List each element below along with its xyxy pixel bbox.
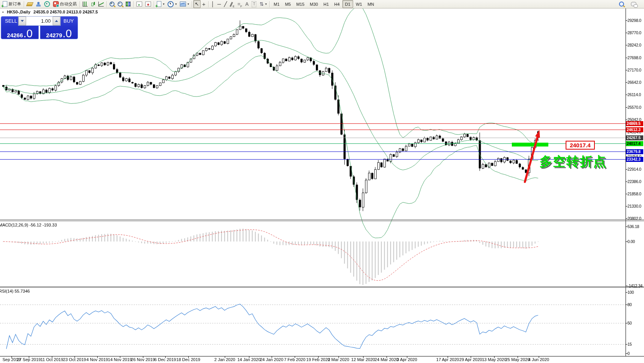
arrows-icon: ⇅ [259, 2, 264, 7]
new-order-button[interactable]: + 新订单 [1, 0, 23, 8]
new-order-label: 新订单 [8, 1, 21, 7]
zoom-in-button[interactable]: + [108, 0, 116, 8]
auto-trading-icon [53, 1, 59, 7]
date-axis-label: 4 Nov 2019 [86, 357, 108, 362]
top-toolbar: + 新订单 自动交易 + − ▸ ✱ +▾ ▾ ▾ ↖ + │ ─ ╱ ∥E ≡… [0, 0, 644, 8]
chart-canvas[interactable] [0, 0, 644, 363]
chevron-down-icon: ▾ [265, 2, 267, 6]
new-indicator-button[interactable]: ✱ [144, 0, 153, 8]
volume-input[interactable] [26, 17, 53, 25]
trendline-tool[interactable]: ╱ [222, 0, 229, 8]
candlestick-icon [91, 2, 95, 7]
price-tick-label: 27170.0 [627, 68, 641, 72]
line-chart-button[interactable] [97, 0, 105, 8]
toolbar-separator [154, 1, 154, 7]
channel-tool[interactable]: ∥E [229, 0, 236, 8]
level-price-callout[interactable]: 24017.4 [566, 141, 595, 150]
line-chart-icon [98, 2, 104, 7]
zoom-out-button[interactable]: − [116, 0, 124, 8]
date-axis-label: 29 Apr 2020 [459, 357, 482, 362]
crosshair-tool-button[interactable]: + [201, 0, 207, 8]
date-axis-label: 11 Oct 2019 [40, 357, 63, 362]
timeframe-w1-button[interactable]: W1 [353, 0, 365, 8]
horizontal-line-icon: ─ [217, 2, 221, 7]
arrows-tool-dropdown[interactable]: ⇅▾ [258, 0, 268, 8]
signals-button[interactable] [43, 0, 51, 8]
search-icon [619, 2, 624, 7]
new-order-icon: + [3, 1, 7, 7]
add-chart-icon: + [157, 1, 161, 7]
triangle-up-icon [55, 20, 58, 22]
one-click-trading-panel: SELL 24266.0 BUY 24279.0 [1, 16, 78, 39]
price-level-badge: 24869.5 [626, 121, 643, 126]
date-axis-label: 2 Jan 2020 [214, 357, 235, 362]
volume-increase-button[interactable] [53, 17, 60, 25]
horizontal-line-tool[interactable]: ─ [216, 0, 222, 8]
macd-axis-label: 536.18 [627, 224, 639, 229]
template-chart-icon [180, 2, 186, 7]
timeframe-group: M1M5M15M30H1H4D1W1MN [271, 0, 377, 8]
date-axis-label: 18 Dec 2019 [176, 357, 200, 362]
cursor-icon: ↖ [195, 2, 199, 7]
toolbar-separator [269, 1, 270, 7]
chart-title: ▪ HK50-,Daily 24535.0 24570.0 24113.0 24… [2, 10, 98, 14]
vertical-line-tool[interactable]: │ [210, 0, 216, 8]
timeframe-m15-button[interactable]: M15 [294, 0, 307, 8]
price-tick-label: 28242.0 [627, 43, 641, 47]
auto-trading-label: 自动交易 [60, 1, 77, 7]
timeframe-m30-button[interactable]: M30 [307, 0, 320, 8]
sell-price: 24266.0 [1, 28, 38, 38]
price-tick-label: 20802.0 [627, 216, 641, 221]
auto-trading-button[interactable]: 自动交易 [51, 0, 78, 8]
date-axis-label: 23 Oct 2019 [63, 357, 86, 362]
date-axis-label: 13 May 2020 [482, 357, 506, 362]
price-level-badge: 23679.8 [626, 149, 643, 154]
rsi-axis-label: 80 [627, 302, 632, 307]
text-label-tool[interactable]: T [250, 0, 258, 8]
zoom-out-icon: − [118, 2, 123, 7]
timeframe-m5-button[interactable]: M5 [282, 0, 294, 8]
fibonacci-tool[interactable]: ≡F [236, 0, 244, 8]
periods-dropdown[interactable]: ▾ [166, 0, 178, 8]
price-tick-label: 26114.0 [627, 92, 641, 97]
timeframe-mn-button[interactable]: MN [365, 0, 377, 8]
volume-decrease-button[interactable] [18, 17, 26, 25]
accounts-button[interactable] [34, 0, 43, 8]
date-axis-label: 6 Dec 2019 [154, 357, 176, 362]
market-watch-button[interactable] [25, 0, 34, 8]
chevron-down-icon: ▾ [163, 2, 164, 6]
chevron-down-icon: ▾ [188, 2, 189, 6]
timeframe-h1-button[interactable]: H1 [321, 0, 332, 8]
date-axis-label: 24 Mar 2020 [375, 357, 398, 362]
text-tool[interactable]: A [244, 0, 250, 8]
tile-windows-button[interactable] [124, 0, 132, 8]
price-level-badge: 23342.3 [626, 157, 643, 162]
price-tick-label: 21858.0 [627, 191, 641, 196]
chat-button[interactable] [629, 0, 638, 8]
price-level-badge: 24267.5 [626, 135, 643, 140]
timeframe-d1-button[interactable]: D1 [342, 0, 353, 8]
timeframe-m1-button[interactable]: M1 [271, 0, 282, 8]
date-axis-label: 26 Nov 2019 [131, 357, 155, 362]
macd-label: MACD(12,26,9) -56.12 -193.33 [0, 223, 57, 227]
bar-chart-button[interactable] [81, 0, 89, 8]
date-axis-label: 12 Mar 2020 [351, 357, 375, 362]
candlestick-chart-button[interactable] [89, 0, 97, 8]
fibonacci-letter: F [241, 5, 242, 8]
buy-price: 24279.0 [40, 28, 78, 38]
search-button[interactable] [617, 0, 626, 8]
timeframe-h4-button[interactable]: H4 [332, 0, 342, 8]
date-axis-label: 24 Jan 2020 [260, 357, 284, 362]
toolbar-separator [24, 1, 24, 7]
add-chart-dropdown[interactable]: +▾ [155, 0, 166, 8]
trendline-icon: ╱ [224, 2, 227, 7]
templates-dropdown[interactable]: ▾ [178, 0, 191, 8]
strategy-tester-button[interactable]: ▸ [135, 0, 144, 8]
cursor-tool-button[interactable]: ↖ [193, 0, 201, 8]
turning-point-annotation[interactable]: 多空转折点 [539, 153, 607, 170]
price-tick-label: 22914.0 [627, 167, 641, 172]
gold-ingot-icon [26, 2, 33, 6]
date-axis-label: 7 Feb 2020 [284, 357, 305, 362]
date-axis-label: 27 Sep 2019 [17, 357, 41, 362]
rsi-axis-label: 0 [627, 351, 630, 356]
